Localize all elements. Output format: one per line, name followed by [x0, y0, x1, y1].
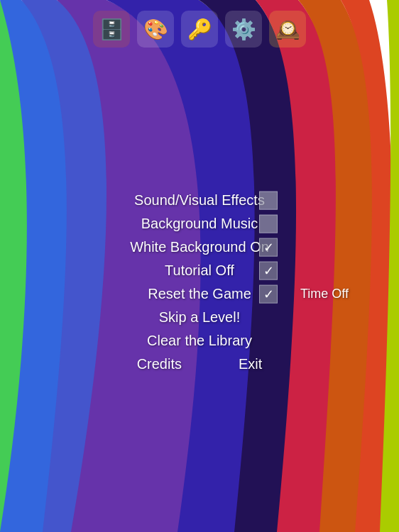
sound-visual-label[interactable]: Sound/Visual Effects	[121, 192, 278, 209]
key-icon[interactable]: 🔑	[181, 11, 218, 48]
reset-game-checkmark: ✓	[263, 287, 274, 300]
tutorial-off-checkbox[interactable]: ✓	[259, 261, 278, 279]
skip-level-label[interactable]: Skip a Level!	[121, 309, 278, 326]
background-music-row: Background Music	[79, 213, 320, 235]
clock-icon[interactable]: 🕰️	[269, 11, 306, 48]
toolbar: 🗄️ 🎨 🔑 ⚙️ 🕰️	[93, 11, 306, 48]
time-off-label: Time Off	[300, 287, 349, 301]
menu-container: Sound/Visual Effects Background Music Wh…	[79, 189, 320, 372]
tutorial-off-checkmark: ✓	[263, 264, 274, 277]
white-background-checkmark: ✓	[263, 240, 274, 253]
sound-visual-checkbox[interactable]	[259, 191, 278, 209]
exit-button[interactable]: Exit	[239, 356, 262, 372]
skip-level-row: Skip a Level!	[79, 306, 320, 328]
credits-button[interactable]: Credits	[137, 356, 182, 372]
background-music-checkbox-box	[259, 214, 278, 233]
reset-game-row: Reset the Game ✓ Time Off	[79, 283, 320, 305]
white-background-label[interactable]: White Background On	[121, 239, 278, 255]
white-background-checkbox[interactable]: ✓	[259, 238, 278, 256]
tutorial-off-checkbox-box: ✓	[259, 261, 278, 279]
tutorial-off-label[interactable]: Tutorial Off	[121, 262, 278, 279]
gear-icon[interactable]: ⚙️	[225, 11, 262, 48]
background-music-checkbox[interactable]	[259, 214, 278, 233]
tutorial-off-row: Tutorial Off ✓	[79, 260, 320, 282]
bottom-row: Credits Exit	[79, 356, 320, 372]
reset-game-checkbox-box: ✓	[259, 284, 278, 303]
cabinet-icon[interactable]: 🗄️	[93, 11, 130, 48]
sound-visual-checkbox-box	[259, 191, 278, 209]
palette-icon[interactable]: 🎨	[137, 11, 174, 48]
clear-library-label[interactable]: Clear the Library	[121, 333, 278, 349]
reset-game-label[interactable]: Reset the Game	[121, 286, 278, 302]
white-background-row: White Background On ✓	[79, 236, 320, 258]
white-background-checkbox-box: ✓	[259, 238, 278, 256]
reset-game-checkbox[interactable]: ✓	[259, 284, 278, 303]
clear-library-row: Clear the Library	[79, 330, 320, 352]
sound-visual-row: Sound/Visual Effects	[79, 189, 320, 211]
background-music-label[interactable]: Background Music	[121, 216, 278, 232]
